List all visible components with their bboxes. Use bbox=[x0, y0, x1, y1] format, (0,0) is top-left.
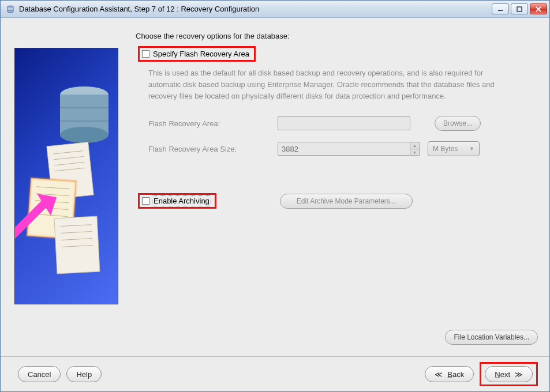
page-heading: Choose the recovery options for the data… bbox=[136, 32, 538, 40]
fra-path-label: Flash Recovery Area: bbox=[148, 119, 270, 128]
back-label-suffix: ack bbox=[452, 370, 464, 379]
spinner-up-icon[interactable]: ▲ bbox=[410, 142, 419, 149]
window-title: Database Configuration Assistant, Step 7… bbox=[19, 5, 492, 13]
chevron-right-icon: ≫ bbox=[515, 370, 523, 379]
fra-path-input[interactable] bbox=[278, 116, 410, 130]
app-icon bbox=[5, 4, 16, 14]
specify-flash-checkbox[interactable] bbox=[142, 50, 149, 58]
cancel-button[interactable]: Cancel bbox=[18, 366, 61, 382]
fra-size-unit-select[interactable]: M Bytes ▼ bbox=[428, 141, 480, 156]
help-button[interactable]: Help bbox=[66, 366, 102, 382]
wizard-footer: Cancel Help ≪ Back Next ≫ bbox=[1, 357, 549, 391]
svg-rect-24 bbox=[54, 216, 100, 274]
file-location-variables-button[interactable]: File Location Variables... bbox=[445, 330, 538, 345]
titlebar: Database Configuration Assistant, Step 7… bbox=[1, 1, 549, 18]
spinner-down-icon[interactable]: ▼ bbox=[410, 149, 419, 156]
chevron-left-icon: ≪ bbox=[435, 370, 443, 379]
edit-archive-params-button[interactable]: Edit Archive Mode Parameters... bbox=[280, 194, 413, 209]
enable-archiving-label: Enable Archiving bbox=[153, 197, 210, 205]
fra-size-label: Flash Recovery Area Size: bbox=[148, 145, 270, 153]
maximize-button[interactable] bbox=[511, 3, 528, 14]
fra-size-input[interactable] bbox=[278, 142, 410, 156]
next-label-suffix: ext bbox=[500, 370, 510, 379]
highlight-specify-flash: Specify Flash Recovery Area bbox=[138, 46, 256, 62]
fra-path-row: Flash Recovery Area: Browse... bbox=[148, 116, 538, 131]
content-area: Choose the recovery options for the data… bbox=[1, 18, 549, 350]
highlight-next: Next ≫ bbox=[480, 362, 538, 386]
wizard-sidebar-graphic bbox=[14, 48, 118, 345]
highlight-enable-archiving: Enable Archiving bbox=[138, 193, 216, 209]
minimize-button[interactable] bbox=[492, 3, 509, 14]
browse-button[interactable]: Browse... bbox=[435, 116, 481, 131]
next-button[interactable]: Next ≫ bbox=[485, 366, 533, 382]
enable-archiving-checkbox[interactable] bbox=[142, 197, 149, 205]
svg-point-9 bbox=[60, 127, 108, 143]
svg-rect-4 bbox=[517, 7, 522, 12]
window-controls bbox=[492, 3, 547, 14]
main-panel: Choose the recovery options for the data… bbox=[136, 32, 538, 345]
fra-size-row: Flash Recovery Area Size: ▲ ▼ M Bytes ▼ bbox=[148, 141, 538, 156]
fra-size-spinner[interactable]: ▲ ▼ bbox=[410, 142, 420, 156]
specify-flash-label: Specify Flash Recovery Area bbox=[153, 50, 249, 58]
close-button[interactable] bbox=[530, 3, 547, 14]
chevron-down-icon: ▼ bbox=[469, 146, 474, 152]
fra-size-unit-label: M Bytes bbox=[433, 145, 458, 153]
svg-point-2 bbox=[8, 10, 13, 13]
flash-description: This is used as the default for all disk… bbox=[148, 67, 518, 102]
back-button[interactable]: ≪ Back bbox=[425, 366, 474, 382]
window-root: Database Configuration Assistant, Step 7… bbox=[0, 0, 550, 392]
